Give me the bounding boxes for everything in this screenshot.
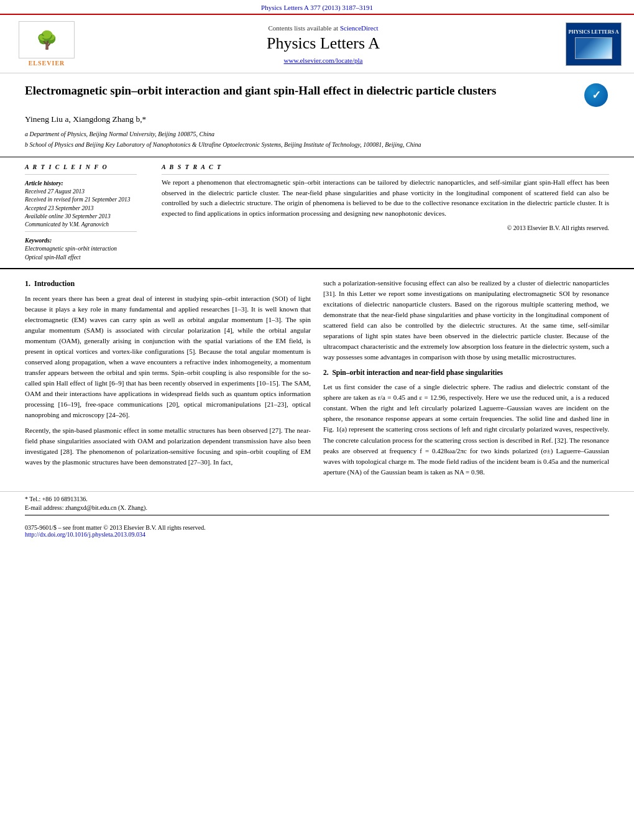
header-area: 🌳 ELSEVIER Contents lists available at S… [0, 15, 634, 73]
abstract-heading: A B S T R A C T [162, 164, 609, 170]
journal-url[interactable]: www.elsevier.com/locate/pla [81, 57, 566, 64]
received-date: Received 27 August 2013 [25, 188, 137, 196]
article-history-label: Article history: [25, 180, 137, 187]
page: Physics Letters A 377 (2013) 3187–3191 🌳… [0, 0, 634, 840]
available-date: Available online 30 September 2013 [25, 213, 137, 221]
elsevier-logo-image: 🌳 [19, 21, 75, 58]
contents-available-text: Contents lists available at ScienceDirec… [81, 24, 566, 32]
issn-text: 0375-9601/$ – see front matter © 2013 El… [25, 524, 609, 531]
header-center: Contents lists available at ScienceDirec… [81, 24, 566, 64]
section1-para1: In recent years there has been a great d… [25, 293, 311, 421]
article-title: Electromagnetic spin–orbit interaction a… [25, 83, 584, 99]
footnote-area: * Tel.: +86 10 68913136. E-mail address:… [0, 491, 634, 511]
crossmark-badge: ✓ [584, 83, 609, 108]
affiliation-b: b School of Physics and Beijing Key Labo… [25, 140, 609, 149]
elsevier-tree-icon: 🌳 [36, 30, 58, 50]
abstract-text: We report a phenomenon that electromagne… [162, 177, 609, 218]
article-title-area: Electromagnetic spin–orbit interaction a… [25, 83, 609, 108]
keyword-1: Electromagnetic spin–orbit interaction [25, 245, 137, 253]
main-body: 1. Introduction In recent years there ha… [0, 269, 634, 491]
keywords-label: Keywords: [25, 237, 137, 244]
section1-right-para1: such a polarization-sensitive focusing e… [323, 278, 609, 362]
section1-para2: Recently, the spin-based plasmonic effec… [25, 425, 311, 468]
bottom-bar: 0375-9601/$ – see front matter © 2013 El… [0, 519, 634, 543]
accepted-date: Accepted 23 September 2013 [25, 205, 137, 213]
info-abstract-area: A R T I C L E I N F O Article history: R… [0, 157, 634, 269]
affiliation-a: a Department of Physics, Beijing Normal … [25, 129, 609, 139]
column-left: 1. Introduction In recent years there ha… [25, 278, 311, 482]
article-header: Electromagnetic spin–orbit interaction a… [0, 73, 634, 157]
keywords-divider [25, 231, 137, 232]
sciencedirect-link[interactable]: ScienceDirect [340, 24, 379, 32]
article-info-section: A R T I C L E I N F O Article history: R… [25, 164, 149, 262]
journal-title: Physics Letters A [81, 34, 566, 53]
journal-citation-bar: Physics Letters A 377 (2013) 3187–3191 [0, 0, 634, 15]
journal-cover-image: PHYSICS LETTERS A [566, 22, 622, 66]
footnote-tel: * Tel.: +86 10 68913136. [25, 496, 609, 502]
communicated-by: Communicated by V.M. Agranovich [25, 221, 137, 229]
cover-graphic [575, 37, 612, 59]
abstract-divider [162, 174, 609, 175]
section2-title: 2. Spin–orbit interaction and near-field… [323, 367, 609, 379]
article-info-heading: A R T I C L E I N F O [25, 164, 137, 170]
abstract-copyright: © 2013 Elsevier B.V. All rights reserved… [162, 223, 609, 233]
column-right: such a polarization-sensitive focusing e… [323, 278, 609, 482]
elsevier-wordmark: ELSEVIER [29, 60, 65, 67]
elsevier-logo: 🌳 ELSEVIER [12, 21, 81, 67]
section2-para1: Let us first consider the case of a sing… [323, 382, 609, 477]
bottom-divider [25, 515, 609, 515]
crossmark-icon: ✓ [584, 83, 608, 107]
info-divider [25, 174, 137, 175]
abstract-section: A B S T R A C T We report a phenomenon t… [149, 164, 609, 262]
footnote-email: E-mail address: zhangxd@bit.edu.cn (X. Z… [25, 504, 609, 511]
affiliations: a Department of Physics, Beijing Normal … [25, 129, 609, 149]
doi-link[interactable]: http://dx.doi.org/10.1016/j.physleta.201… [25, 531, 609, 538]
keyword-2: Optical spin-Hall effect [25, 254, 137, 262]
journal-citation: Physics Letters A 377 (2013) 3187–3191 [261, 4, 373, 11]
section1-title: 1. Introduction [25, 278, 311, 290]
revised-date: Received in revised form 21 September 20… [25, 196, 137, 204]
article-authors: Yineng Liu a, Xiangdong Zhang b,* [25, 114, 609, 124]
